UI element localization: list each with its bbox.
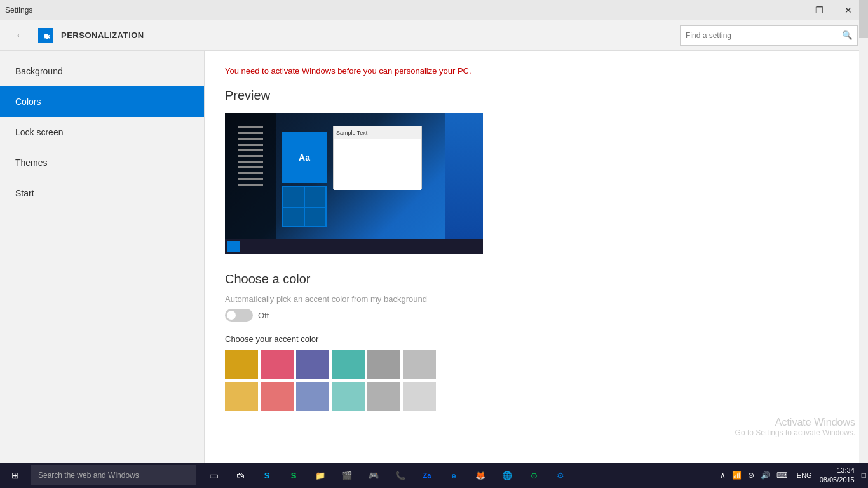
- taskbar: ⊞ Search the web and Windows ▭ 🛍 S S 📁 🎬…: [0, 463, 868, 488]
- preview-line-10: [238, 178, 263, 180]
- sidebar-item-start[interactable]: Start: [0, 178, 204, 208]
- main-layout: Background Colors Lock screen Themes Sta…: [0, 51, 868, 488]
- taskbar-media-icon[interactable]: 🎬: [334, 463, 360, 488]
- scrollbar-track[interactable]: [859, 0, 868, 488]
- color-swatch-row1-0[interactable]: [225, 350, 258, 379]
- titlebar-left: Settings: [5, 6, 32, 15]
- sidebar-item-colors[interactable]: Colors: [0, 86, 204, 117]
- taskbar-green-icon[interactable]: ⊙: [521, 463, 546, 488]
- activation-warning: You need to activate Windows before you …: [225, 66, 848, 76]
- color-swatch-row1-4[interactable]: [367, 350, 400, 379]
- preview-taskbar: [225, 239, 483, 254]
- preview-window-body: [334, 139, 421, 190]
- personalization-icon: [38, 28, 53, 43]
- taskbar-folder-icon[interactable]: 📁: [308, 463, 333, 488]
- preview-container: Aa Sample Text: [225, 113, 483, 254]
- accent-title: Choose your accent color: [225, 334, 848, 344]
- preview-tile-cell-3: [283, 208, 304, 227]
- choose-color-title: Choose a color: [225, 272, 848, 287]
- taskbar-game-icon[interactable]: 🎮: [361, 463, 386, 488]
- taskbar-time: 13:34: [820, 466, 855, 475]
- color-grid: [225, 350, 848, 379]
- auto-pick-label: Automatically pick an accent color from …: [225, 294, 848, 304]
- preview-tile-aa: Aa: [282, 132, 327, 183]
- preview-line-7: [238, 161, 263, 163]
- taskbar-task-view[interactable]: ▭: [201, 463, 226, 488]
- preview-right-panel: [445, 113, 483, 239]
- taskbar-start-button[interactable]: ⊞: [0, 463, 31, 488]
- taskbar-phone-icon[interactable]: 📞: [388, 463, 413, 488]
- taskbar-wifi[interactable]: ⊙: [746, 470, 756, 481]
- taskbar-sys-icons: ∧ 📶 ⊙ 🔊 ⌨: [713, 470, 794, 481]
- color-swatch-row2-3[interactable]: [332, 382, 365, 411]
- taskbar-s-icon[interactable]: S: [281, 463, 306, 488]
- preview-line-6: [238, 155, 263, 157]
- preview-line-11: [238, 184, 263, 186]
- taskbar-settings-icon[interactable]: ⚙: [548, 463, 573, 488]
- search-input[interactable]: [681, 31, 837, 40]
- color-swatch-row1-5[interactable]: [403, 350, 436, 379]
- activate-watermark: Activate Windows Go to Settings to activ…: [735, 417, 855, 437]
- color-swatch-row2-0[interactable]: [225, 382, 258, 411]
- preview-title: Preview: [225, 88, 848, 103]
- color-swatch-row1-2[interactable]: [296, 350, 329, 379]
- preview-line-5: [238, 149, 263, 151]
- content-area: You need to activate Windows before you …: [205, 51, 868, 488]
- maximize-button[interactable]: ❐: [804, 0, 834, 20]
- auto-pick-toggle[interactable]: [225, 309, 253, 322]
- sidebar-item-background[interactable]: Background: [0, 56, 204, 86]
- taskbar-search-text: Search the web and Windows: [38, 471, 139, 480]
- preview-line-3: [238, 138, 263, 140]
- color-swatch-row2-1[interactable]: [261, 382, 294, 411]
- preview-tile-cell-2: [305, 187, 325, 207]
- minimize-button[interactable]: —: [775, 0, 804, 20]
- taskbar-network[interactable]: 📶: [730, 470, 743, 481]
- color-swatch-row1-1[interactable]: [261, 350, 294, 379]
- color-swatch-row2-2[interactable]: [296, 382, 329, 411]
- toggle-knob: [227, 311, 236, 320]
- toggle-row: Off: [225, 309, 848, 322]
- taskbar-volume[interactable]: 🔊: [759, 470, 772, 481]
- preview-line-4: [238, 144, 263, 146]
- color-swatch-row1-3[interactable]: [332, 350, 365, 379]
- toggle-label: Off: [258, 311, 269, 320]
- app-title: PERSONALIZATION: [61, 30, 144, 40]
- sidebar-item-lock-screen[interactable]: Lock screen: [0, 117, 204, 147]
- titlebar-controls: — ❐ ✕: [775, 0, 863, 20]
- taskbar-skype-icon[interactable]: S: [254, 463, 280, 488]
- taskbar-firefox-icon[interactable]: 🦊: [468, 463, 493, 488]
- taskbar-chrome-icon[interactable]: 🌐: [494, 463, 520, 488]
- app-header: ← PERSONALIZATION 🔍: [0, 20, 868, 51]
- taskbar-system-area: ∧ 📶 ⊙ 🔊 ⌨ ENG 13:34 08/05/2015 □: [713, 463, 868, 488]
- color-grid-2: [225, 382, 848, 411]
- taskbar-search-box[interactable]: Search the web and Windows: [31, 465, 196, 485]
- preview-line-9: [238, 172, 263, 174]
- taskbar-language[interactable]: ENG: [794, 471, 815, 479]
- preview-window-title: Sample Text: [334, 126, 421, 139]
- preview-left-panel: [225, 113, 276, 239]
- sidebar: Background Colors Lock screen Themes Sta…: [0, 51, 205, 488]
- taskbar-store-icon[interactable]: 🛍: [227, 463, 253, 488]
- titlebar: Settings — ❐ ✕: [0, 0, 868, 20]
- taskbar-clock[interactable]: 13:34 08/05/2015: [815, 466, 860, 485]
- preview-tile-bottom: [282, 186, 327, 227]
- preview-tile-cell-4: [305, 208, 325, 227]
- back-button[interactable]: ←: [10, 25, 31, 46]
- color-swatch-row2-5[interactable]: [403, 382, 436, 411]
- search-box: 🔍: [680, 25, 858, 46]
- taskbar-chevron[interactable]: ∧: [718, 470, 728, 481]
- taskbar-notification[interactable]: □: [860, 470, 868, 481]
- search-icon-button[interactable]: 🔍: [837, 25, 857, 46]
- taskbar-zalo-icon[interactable]: Za: [414, 463, 440, 488]
- taskbar-keyboard[interactable]: ⌨: [775, 470, 789, 481]
- preview-tile-cell-1: [283, 187, 304, 207]
- taskbar-date: 08/05/2015: [820, 475, 855, 485]
- activate-line1: Activate Windows: [735, 417, 855, 428]
- taskbar-edge-icon[interactable]: e: [441, 463, 466, 488]
- sidebar-item-themes[interactable]: Themes: [0, 147, 204, 178]
- titlebar-title: Settings: [5, 6, 32, 15]
- preview-start-btn: [227, 241, 240, 252]
- color-swatch-row2-4[interactable]: [367, 382, 400, 411]
- activate-line2: Go to Settings to activate Windows.: [735, 428, 855, 437]
- scrollbar-thumb[interactable]: [859, 0, 868, 38]
